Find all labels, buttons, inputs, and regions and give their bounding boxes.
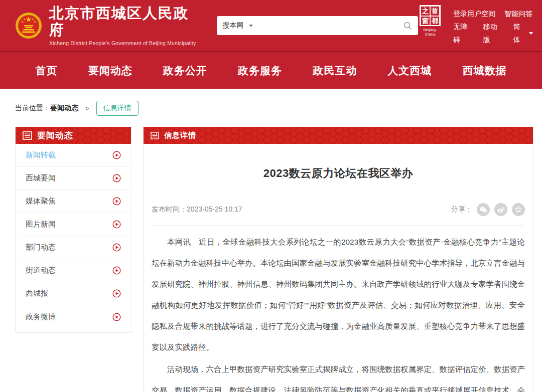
site-header: 北京市西城区人民政府 Xicheng District People's Gov…: [0, 0, 542, 52]
accessibility-link[interactable]: 无障碍: [453, 20, 474, 46]
weibo-icon: [496, 205, 505, 214]
sidebar-item-street-news[interactable]: 街道动态: [17, 259, 130, 282]
circle-arrow-icon: [112, 289, 121, 298]
breadcrumb-current-chip[interactable]: 信息详情: [96, 101, 139, 116]
circle-arrow-icon: [112, 151, 121, 159]
sidebar-title: 要闻动态: [37, 130, 73, 141]
sidebar-item-gov-weibo[interactable]: 政务微博: [17, 305, 130, 328]
logo-char: 窗: [421, 16, 430, 26]
national-emblem-icon: [15, 12, 42, 39]
smart-qa-link[interactable]: 智能问答: [504, 7, 532, 20]
login-user-space-link[interactable]: 登录用户空间: [453, 7, 495, 20]
sidebar-item-media-focus[interactable]: 媒体聚焦: [17, 190, 130, 213]
nav-item-interaction[interactable]: 政民互动: [313, 64, 357, 78]
language-select[interactable]: 简体: [513, 20, 533, 46]
sidebar-item-xicheng-news[interactable]: 西城要闻: [17, 167, 130, 190]
sidebar-item-news-repost[interactable]: 新闻转载: [17, 144, 130, 167]
star-icon: [514, 205, 523, 214]
sidebar-item-department-news[interactable]: 部门动态: [17, 236, 130, 259]
logo-char: 之: [421, 6, 430, 16]
publish-time-label: 发布时间：: [152, 205, 187, 213]
circle-arrow-icon: [112, 266, 121, 275]
sidebar-list: 新闻转载 西城要闻 媒体聚焦 图片新闻 部门动态: [16, 144, 131, 332]
chevron-down-icon: [249, 25, 253, 27]
search-input[interactable]: [257, 22, 399, 30]
site-subtitle: Xicheng District People's Government of …: [49, 40, 204, 46]
page: 北京市西城区人民政府 Xicheng District People's Gov…: [0, 0, 542, 392]
circle-arrow-icon: [112, 174, 121, 182]
logo-char: 首: [430, 6, 440, 16]
article-paragraph: 本网讯 近日，全球金融科技大会系列论坛之一的2023数云原力大会“数据资产·金融…: [152, 232, 525, 358]
nav-item-data[interactable]: 西城数据: [462, 64, 506, 78]
divider: [152, 225, 525, 226]
capital-window-logo[interactable]: 之 首 窗 都 Beijing-China: [418, 5, 442, 37]
share-favorite-button[interactable]: [512, 203, 525, 216]
language-label: 简体: [513, 20, 527, 46]
publish-time-value: 2023-05-25 10:17: [187, 205, 242, 213]
search-icon[interactable]: [403, 21, 412, 30]
article-panel-title: 信息详情: [164, 131, 196, 140]
site-title: 北京市西城区人民政府: [49, 5, 204, 39]
share-wechat-button[interactable]: [477, 203, 490, 216]
chevron-down-icon: [529, 32, 533, 35]
nav-item-culture[interactable]: 人文西城: [387, 64, 432, 78]
nav-item-gov-open[interactable]: 政务公开: [163, 64, 207, 78]
article-panel-header: 信息详情: [144, 127, 533, 144]
nav-item-news[interactable]: 要闻动态: [88, 64, 132, 78]
news-list-icon: [23, 131, 32, 140]
article-content: 本网讯 近日，全球金融科技大会系列论坛之一的2023数云原力大会“数据资产·金融…: [152, 232, 525, 392]
search-scope-select[interactable]: 搜本网: [223, 21, 244, 30]
mobile-version-link[interactable]: 移动版: [483, 20, 504, 46]
site-brand[interactable]: 北京市西城区人民政府 Xicheng District People's Gov…: [15, 5, 204, 47]
detail-doc-icon: [151, 132, 159, 139]
search-box[interactable]: 搜本网: [217, 16, 419, 35]
sidebar: 要闻动态 新闻转载 西城要闻 媒体聚焦 图片新闻: [15, 127, 131, 333]
share-weibo-button[interactable]: [494, 203, 507, 216]
article-paragraph: 活动现场，六合上甲数据资产研究实验室正式揭牌成立，将围绕数据权属界定、数据评估定…: [152, 359, 525, 392]
circle-arrow-icon: [112, 313, 121, 321]
nav-item-gov-service[interactable]: 政务服务: [238, 64, 282, 78]
breadcrumb-section[interactable]: 要闻动态: [50, 104, 78, 113]
breadcrumb: 当前位置：要闻动态 > 信息详情: [15, 101, 542, 116]
share-label: 分享：: [451, 205, 472, 214]
main-nav: 首页 要闻动态 政务公开 政务服务 政民互动 人文西城 西城数据: [0, 52, 542, 89]
article-meta: 发布时间：2023-05-25 10:17 分享：: [152, 203, 525, 216]
wechat-icon: [479, 205, 488, 214]
sidebar-header: 要闻动态: [16, 127, 131, 144]
logo-char: 都: [430, 16, 440, 26]
breadcrumb-separator: >: [85, 105, 89, 112]
capital-window-grid: 之 首 窗 都: [420, 5, 441, 26]
sidebar-item-photo-news[interactable]: 图片新闻: [17, 213, 130, 236]
nav-item-home[interactable]: 首页: [36, 64, 58, 78]
sidebar-item-xicheng-paper[interactable]: 西城报: [17, 282, 130, 305]
capital-window-caption: Beijing-China: [418, 28, 442, 37]
article-title: 2023数云原力论坛在我区举办: [152, 166, 525, 181]
circle-arrow-icon: [112, 197, 121, 206]
article-panel: 信息详情 2023数云原力论坛在我区举办 发布时间：2023-05-25 10:…: [143, 127, 533, 392]
circle-arrow-icon: [112, 243, 121, 252]
breadcrumb-prefix: 当前位置：: [15, 104, 50, 113]
circle-arrow-icon: [112, 220, 121, 229]
